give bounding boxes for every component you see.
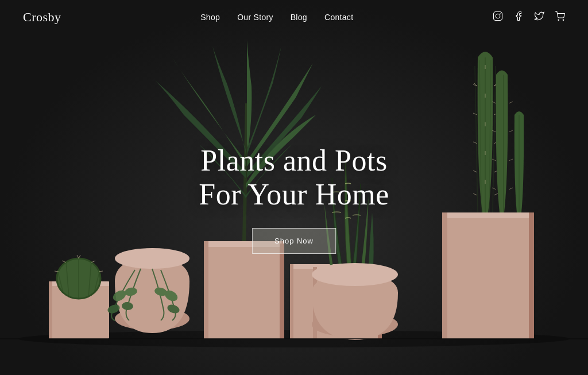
- twitter-link[interactable]: [534, 11, 544, 24]
- svg-point-2: [500, 13, 501, 14]
- svg-rect-38: [290, 264, 293, 339]
- svg-line-76: [509, 130, 513, 132]
- svg-line-80: [509, 188, 513, 190]
- svg-line-65: [473, 194, 477, 195]
- hero-text-block: Plants and Pots For Your Home Shop Now: [199, 143, 389, 254]
- svg-rect-33: [204, 241, 208, 339]
- instagram-icon: [493, 11, 503, 21]
- svg-point-45: [312, 263, 398, 286]
- svg-rect-8: [49, 281, 52, 339]
- shop-now-button[interactable]: Shop Now: [252, 228, 336, 254]
- facebook-icon: [513, 11, 524, 21]
- svg-rect-49: [529, 212, 534, 339]
- nav-our-story[interactable]: Our Story: [237, 13, 273, 22]
- nav-contact[interactable]: Contact: [324, 13, 353, 22]
- site-logo[interactable]: Crosby: [23, 10, 61, 25]
- hero-section: Crosby Shop Our Story Blog Contact: [0, 0, 588, 375]
- svg-line-54: [493, 66, 496, 212]
- svg-rect-46: [442, 212, 534, 339]
- svg-rect-34: [280, 241, 284, 339]
- cart-link[interactable]: [555, 11, 565, 24]
- site-header: Crosby Shop Our Story Blog Contact: [0, 0, 588, 34]
- svg-line-66: [494, 194, 498, 195]
- svg-line-74: [509, 102, 513, 103]
- svg-rect-48: [442, 212, 447, 339]
- social-icons: [493, 11, 565, 24]
- svg-line-59: [473, 113, 477, 115]
- main-nav: Shop Our Story Blog Contact: [200, 13, 353, 22]
- svg-line-78: [509, 159, 513, 161]
- svg-rect-0: [493, 12, 502, 21]
- svg-line-53: [475, 66, 478, 212]
- cart-icon: [555, 11, 565, 21]
- twitter-icon: [534, 11, 544, 21]
- svg-point-4: [563, 20, 564, 21]
- instagram-link[interactable]: [493, 11, 503, 24]
- svg-rect-31: [204, 241, 284, 339]
- svg-point-23: [115, 248, 189, 269]
- nav-shop[interactable]: Shop: [200, 13, 220, 22]
- nav-blog[interactable]: Blog: [291, 13, 307, 22]
- svg-point-1: [496, 14, 500, 18]
- hero-title: Plants and Pots For Your Home: [199, 143, 389, 212]
- svg-point-3: [558, 20, 559, 21]
- facebook-link[interactable]: [513, 11, 524, 24]
- svg-rect-47: [442, 212, 534, 218]
